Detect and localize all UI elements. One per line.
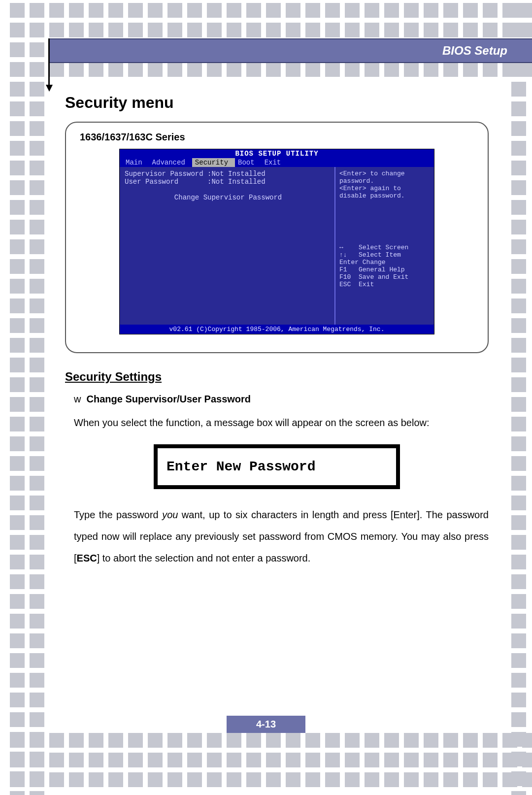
bios-menu-security[interactable]: Security xyxy=(192,158,235,167)
bios-menu-bar: Main Advanced Security Boot Exit xyxy=(120,158,434,167)
deco-row xyxy=(10,772,532,787)
bios-title: BIOS SETUP UTILITY xyxy=(120,149,434,158)
page-number: 4-13 xyxy=(227,716,305,733)
bios-key-line: F10 Save and Exit xyxy=(339,273,430,281)
header-title: BIOS Setup xyxy=(442,44,507,58)
paragraph-2: Type the password you want, up to six ch… xyxy=(74,504,489,569)
bios-row-change-supervisor[interactable]: Change Supervisor Password xyxy=(125,186,330,209)
screenshot-panel: 1636/1637/163C Series BIOS SETUP UTILITY… xyxy=(65,122,489,353)
bullet-line: w Change Supervisor/User Password xyxy=(74,394,489,405)
enter-password-box: Enter New Password xyxy=(154,444,400,489)
deco-col xyxy=(30,3,44,795)
bios-key-line: ↑↓ Select Item xyxy=(339,251,430,259)
page-content: Security menu 1636/1637/163C Series BIOS… xyxy=(65,94,489,706)
deco-row xyxy=(10,23,532,37)
header-connector-line xyxy=(48,38,50,88)
bios-footer: v02.61 (C)Copyright 1985-2006, American … xyxy=(120,325,434,334)
bios-menu-exit[interactable]: Exit xyxy=(262,158,288,167)
bios-key-line: ESC Exit xyxy=(339,281,430,288)
bios-help-line: password. xyxy=(339,177,430,185)
header-bar: BIOS Setup xyxy=(48,38,532,63)
bios-menu-advanced[interactable]: Advanced xyxy=(149,158,192,167)
bios-screen: BIOS SETUP UTILITY Main Advanced Securit… xyxy=(119,149,434,334)
bios-menu-main[interactable]: Main xyxy=(123,158,149,167)
deco-row xyxy=(10,733,532,748)
deco-col xyxy=(10,3,25,795)
bios-row: User Password :Not Installed xyxy=(125,178,330,186)
bios-help-text: <Enter> to change password. <Enter> agai… xyxy=(339,170,430,244)
text-you: you xyxy=(162,509,178,520)
bios-help-line: disable password. xyxy=(339,192,430,199)
deco-row xyxy=(10,753,532,767)
bios-menu-boot[interactable]: Boot xyxy=(235,158,262,167)
text: ] to abort the selection and not enter a… xyxy=(97,553,311,563)
deco-col xyxy=(511,3,526,795)
bios-help-line: <Enter> to change xyxy=(339,170,430,177)
bios-right-pane: <Enter> to change password. <Enter> agai… xyxy=(335,167,434,325)
deco-row xyxy=(10,3,532,18)
paragraph-1: When you select the function, a message … xyxy=(74,412,489,433)
bios-key-line: Enter Change xyxy=(339,259,430,266)
bios-key-line: F1 General Help xyxy=(339,266,430,273)
text: Type the password xyxy=(74,509,162,520)
text-esc: ESC xyxy=(77,553,97,563)
series-label: 1636/1637/163C Series xyxy=(80,132,474,143)
bullet-marker: w xyxy=(74,394,81,404)
bios-help-line: <Enter> again to xyxy=(339,185,430,192)
section-heading: Security Settings xyxy=(65,370,489,384)
bios-left-pane: Supervisor Password :Not Installed User … xyxy=(120,167,335,325)
deco-row xyxy=(10,62,532,77)
bullet-title: Change Supervisor/User Password xyxy=(87,394,251,404)
bios-body: Supervisor Password :Not Installed User … xyxy=(120,167,434,325)
bios-row: Supervisor Password :Not Installed xyxy=(125,170,330,178)
page-title: Security menu xyxy=(65,94,489,112)
arrow-down-icon xyxy=(46,85,53,92)
bios-row-label: Change Supervisor Password xyxy=(174,194,282,201)
bios-key-line: ↔ Select Screen xyxy=(339,244,430,251)
bios-key-legend: ↔ Select Screen ↑↓ Select Item Enter Cha… xyxy=(339,244,430,288)
